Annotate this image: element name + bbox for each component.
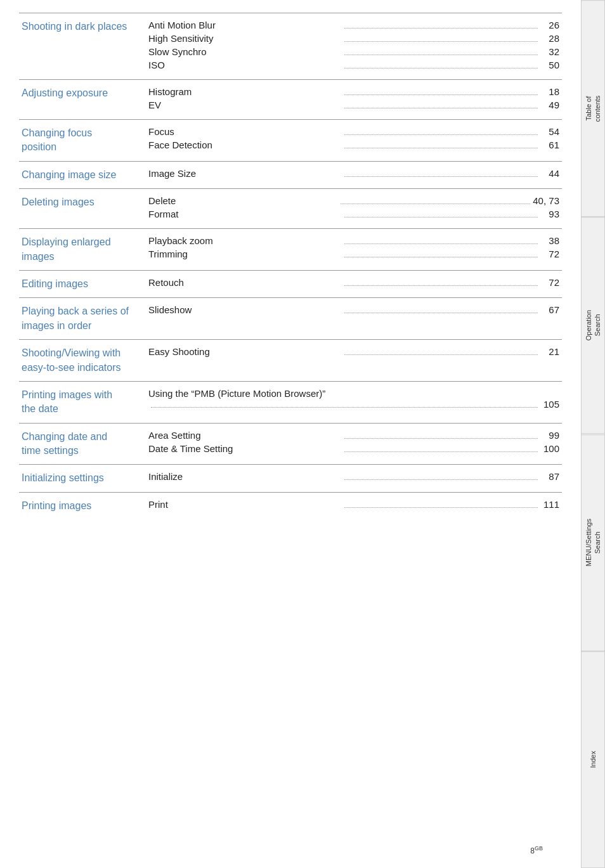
entry-line: Initialize87 [148, 471, 559, 482]
entry-line: Retouch72 [148, 277, 559, 288]
entries-cell: Image Size44 [146, 161, 562, 188]
entries-cell: Easy Shooting21 [146, 340, 562, 382]
entry-line: ISO50 [148, 60, 559, 70]
entry-name: High Sensitivity [148, 33, 342, 44]
entries-cell: Focus54Face Detection61 [146, 120, 562, 162]
entry-name: Initialize [148, 471, 342, 482]
entry-line: Trimming72 [148, 249, 559, 259]
entry-page: 50 [540, 60, 559, 70]
category-label: Initializing settings [22, 472, 104, 483]
entry-page: 100 [540, 443, 559, 454]
entries-cell: Initialize87 [146, 465, 562, 492]
toc-table: Shooting in dark placesAnti Motion Blur2… [19, 13, 562, 519]
table-row: Playing back a series ofimages in orderS… [19, 298, 562, 340]
category-label: Shooting in dark places [22, 21, 127, 32]
entry-page: 21 [540, 346, 559, 357]
dots [151, 399, 538, 408]
entry-page: 32 [540, 46, 559, 57]
page-container: Shooting in dark placesAnti Motion Blur2… [0, 0, 605, 868]
entry-name: Slow Synchro [148, 46, 342, 57]
category-label: Adjusting exposure [22, 87, 108, 98]
entry-name: Easy Shooting [148, 346, 342, 357]
tab-operation-search[interactable]: OperationSearch [582, 217, 605, 434]
table-row: Shooting/Viewing witheasy-to-see indicat… [19, 340, 562, 382]
dots [344, 134, 538, 135]
entry-line: EV49 [148, 100, 559, 110]
entries-cell: Histogram18EV49 [146, 80, 562, 120]
entries-cell: Retouch72 [146, 270, 562, 297]
dots [344, 257, 538, 257]
dots [344, 108, 538, 108]
entry-line: Face Detection61 [148, 139, 559, 150]
dots [344, 479, 538, 480]
entries-cell: Slideshow67 [146, 298, 562, 340]
entry-page: 111 [540, 499, 559, 510]
category-label: Deleting images [22, 197, 94, 207]
tab-table-of-contents[interactable]: Table ofcontents [582, 0, 605, 217]
entry-page: 49 [540, 100, 559, 110]
entry-name: Playback zoom [148, 235, 342, 246]
entry-line: Area Setting99 [148, 430, 559, 441]
entries-cell: Delete40, 73Format93 [146, 189, 562, 229]
entry-name: Slideshow [148, 304, 342, 315]
entry-page: 72 [540, 277, 559, 288]
entry-name: Delete [148, 195, 338, 206]
table-row: Printing imagesPrint111 [19, 492, 562, 519]
dots [344, 285, 538, 286]
entry-name: ISO [148, 60, 342, 70]
entry-line: Print111 [148, 499, 559, 510]
dots [344, 28, 538, 29]
entry-page: 105 [540, 399, 559, 410]
entry-line: Delete40, 73 [148, 195, 559, 206]
table-row: Deleting imagesDelete40, 73Format93 [19, 189, 562, 229]
dots [344, 507, 538, 508]
entry-page: 38 [540, 235, 559, 246]
dots [344, 68, 538, 68]
entry-page: 72 [540, 249, 559, 259]
entries-cell: Print111 [146, 492, 562, 519]
entry-line: Playback zoom38 [148, 235, 559, 246]
entry-name: Retouch [148, 277, 342, 288]
entries-cell: Playback zoom38Trimming72 [146, 229, 562, 271]
entry-page: 18 [540, 86, 559, 97]
entries-cell: Using the “PMB (Picture Motion Browser)”… [146, 381, 562, 423]
entry-page: 99 [540, 430, 559, 441]
entry-line: High Sensitivity28 [148, 33, 559, 44]
dots [344, 243, 538, 244]
entry-line: Format93 [148, 209, 559, 219]
entry-name: Histogram [148, 86, 342, 97]
dots [344, 41, 538, 42]
entry-page: 54 [540, 126, 559, 137]
entry-line: Using the “PMB (Picture Motion Browser)”… [148, 388, 559, 410]
entry-page: 44 [540, 168, 559, 179]
dots [344, 451, 538, 452]
entry-name: Date & Time Setting [148, 443, 342, 454]
table-row: Shooting in dark placesAnti Motion Blur2… [19, 13, 562, 80]
category-label: Printing images [22, 500, 91, 511]
entry-name: Format [148, 209, 342, 219]
entry-name: Print [148, 499, 342, 510]
page-number: 8 [530, 846, 535, 855]
entry-page: 28 [540, 33, 559, 44]
category-label: Changing date andtime settings [22, 431, 107, 456]
category-label: Displaying enlargedimages [22, 236, 111, 261]
tab-index[interactable]: Index [582, 651, 605, 868]
table-row: Changing date andtime settingsArea Setti… [19, 423, 562, 465]
page-number-footer: 8GB [530, 845, 543, 855]
tab-menu-settings-search[interactable]: MENU/SettingsSearch [582, 434, 605, 651]
dots [344, 438, 538, 439]
table-row: Editing imagesRetouch72 [19, 270, 562, 297]
dots [344, 354, 538, 355]
table-row: Initializing settingsInitialize87 [19, 465, 562, 492]
entry-name: Trimming [148, 249, 342, 259]
entry-line: Slow Synchro32 [148, 46, 559, 57]
entry-page: 61 [540, 139, 559, 150]
entry-page: 87 [540, 471, 559, 482]
dots [344, 217, 538, 217]
entry-line: Histogram18 [148, 86, 559, 97]
entry-page: 40, 73 [533, 195, 559, 206]
entry-line: Slideshow67 [148, 304, 559, 315]
dots [344, 55, 538, 55]
entries-cell: Area Setting99Date & Time Setting100 [146, 423, 562, 465]
entry-line: Focus54 [148, 126, 559, 137]
